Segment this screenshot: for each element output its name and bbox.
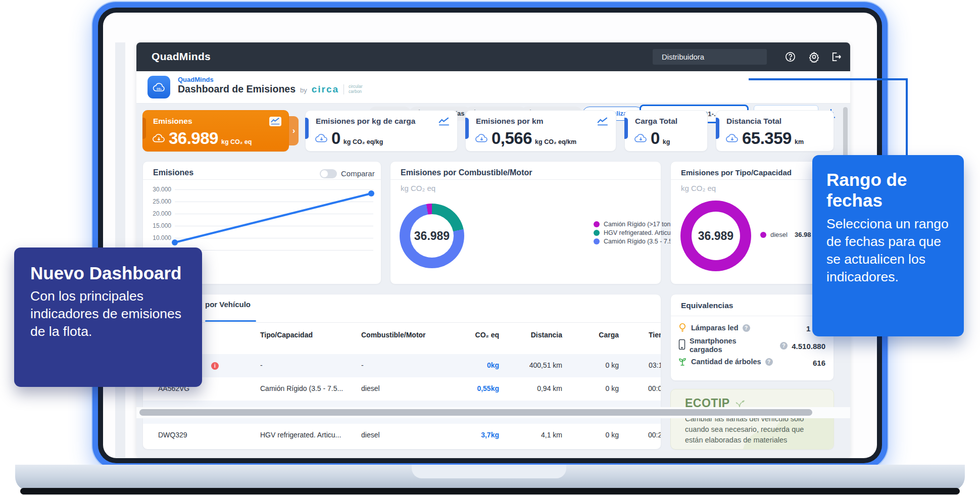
quadminds-logo: QuadMinds [152, 51, 211, 63]
kpi-title: Emisiones por kg de carga [316, 117, 415, 126]
gear-icon[interactable] [808, 51, 820, 63]
tab-por-vehiculo[interactable]: por Vehículo [205, 300, 251, 309]
help-icon[interactable] [785, 51, 796, 63]
kpi-value: 0 [651, 129, 660, 148]
cell-tiempo: 00:27 [635, 431, 661, 439]
callout-title: Rango de fechas [826, 169, 950, 211]
col-distancia: Distancia [517, 331, 562, 339]
table-row[interactable]: AA562VG Camión Rígido (3.5 - 7.5... dies… [143, 377, 661, 401]
donut-center-value: 36.989 [414, 229, 450, 243]
kpi-unit: kg CO₂ eq/kg [344, 138, 383, 145]
emissions-cloud-icon: co₂ [148, 76, 170, 98]
kpi-value: 0 [331, 129, 340, 148]
kpi-title: Carga Total [635, 117, 677, 126]
app-topbar: QuadMinds Distribuidora [136, 42, 850, 71]
equivalencia-lamparas: Lámparas led ? [678, 323, 750, 333]
kpi-accent [624, 118, 628, 139]
page-title: Dashboard de Emisiones [178, 83, 296, 95]
col-tiempo: Tiempo [649, 331, 661, 339]
kpi-title: Distancia Total [726, 117, 781, 126]
kpi-unit: kg CO₂ eq/km [535, 138, 576, 145]
callout-title: Nuevo Dashboard [30, 263, 186, 283]
legend-dot [594, 230, 600, 236]
panel-title: Equivalencias [681, 301, 733, 310]
kpi-value: 0,566 [492, 129, 532, 148]
cell-carga: 0 kg [583, 384, 619, 392]
equivalencia-label: Smartphones cargados [690, 337, 749, 354]
horizontal-scrollbar-thumb[interactable] [139, 409, 812, 416]
question-badge-icon[interactable]: ? [765, 358, 773, 366]
cell-co2[interactable]: 3,7kg [449, 431, 499, 439]
cloud-download-icon [475, 132, 488, 144]
cell-combustible: - [361, 361, 364, 369]
circular-carbon-label: circularcarbon [349, 84, 362, 94]
unit-label: kg CO₂ eq [681, 184, 716, 192]
panel-divider [671, 316, 834, 316]
cell-tiempo: 00:07 [635, 384, 661, 392]
legend-dot [594, 221, 600, 227]
fuel-donut: 36.989 [400, 204, 464, 268]
legend-item: diesel [760, 231, 788, 238]
equivalencia-arboles: Cantidad de árboles ? [678, 357, 773, 366]
equivalencias-panel: Equivalencias Lámparas led ? 1 Smartphon… [670, 294, 834, 381]
laptop-base-notch [412, 465, 566, 478]
equivalencia-label: Lámparas led [691, 324, 739, 332]
kpi-unit: kg CO₂ eq [221, 138, 252, 145]
equivalencia-value: 1 [806, 324, 810, 333]
type-donut-panel: Emisiones por Tipo/Capacidad kg CO₂ eq 3… [670, 161, 834, 284]
logout-icon[interactable] [830, 51, 842, 63]
org-selector[interactable]: Distribuidora [653, 49, 767, 65]
ecotip-panel: ECOTIP Cambiar las llantas del vehículo … [670, 389, 834, 450]
cell-co2[interactable]: 0,55kg [449, 384, 499, 392]
table-row[interactable]: DWQ329 HGV refrigerated. Articu... diese… [143, 424, 661, 447]
callout-body: Con los principales indicadores de emisi… [30, 287, 186, 340]
cell-combustible: diesel [361, 384, 380, 392]
question-badge-icon[interactable]: ? [743, 324, 750, 332]
callout-body: Selecciona un rango de fechas para que s… [826, 215, 950, 286]
plant-icon [678, 357, 687, 366]
cell-patente: DWQ329 [158, 431, 187, 439]
col-tipo-capacidad: Tipo/Capacidad [260, 331, 313, 339]
cell-combustible: diesel [361, 431, 380, 439]
circa-logo: circa [312, 84, 339, 95]
kpi-unit: kg [663, 138, 670, 145]
cell-tipo: - [260, 361, 263, 369]
panel-divider [390, 179, 661, 180]
cloud-download-icon [725, 132, 739, 144]
col-combustible-motor: Combustible/Motor [361, 331, 426, 339]
vehicle-table-panel: por Vehículo Tipo/Capacidad Combustible/… [142, 294, 661, 450]
equivalencia-smartphones: Smartphones cargados [678, 337, 749, 354]
cell-tipo: Camión Rígido (3.5 - 7.5... [260, 384, 343, 392]
kpi-value: 65.359 [742, 129, 792, 148]
cell-carga: 0 kg [583, 361, 619, 369]
kpi-card-distancia-total[interactable]: Distancia Total 65.359 km [716, 110, 834, 152]
kpi-card-carga-total[interactable]: Carga Total 0 kg [624, 110, 708, 152]
question-badge-icon[interactable]: ? [780, 342, 788, 350]
col-carga: Carga [578, 331, 619, 339]
page-title-row: Dashboard de Emisiones by circa circular… [178, 83, 363, 95]
cloud-download-icon [634, 132, 648, 144]
tab-divider [143, 322, 661, 323]
callout-nuevo-dashboard: Nuevo Dashboard Con los principales indi… [14, 247, 202, 387]
alert-info-icon[interactable]: i [211, 362, 219, 370]
cloud-download-icon [315, 132, 328, 144]
ecotip-body: Cambiar las llantas del vehículo solo cu… [685, 414, 823, 445]
legend-label: diesel [770, 231, 788, 238]
kpi-accent [716, 118, 719, 139]
kpi-expand-chevron[interactable]: › [289, 116, 299, 145]
cell-co2[interactable]: 0kg [449, 361, 499, 369]
kpi-unit: km [795, 138, 804, 145]
donut-center-value: 36.989 [698, 229, 733, 243]
kpi-card-emisiones-kg-carga[interactable]: Emisiones por kg de carga 0 kg CO₂ eq/kg [305, 110, 458, 152]
cell-tiempo: 03:11 [635, 361, 661, 369]
cloud-download-icon [152, 132, 166, 144]
page: QuadMinds Distribuidora co₂ QuadMinds [0, 0, 980, 495]
smartphone-icon [678, 339, 685, 350]
by-label: by [300, 86, 307, 94]
col-co2-eq: CO₂ eq [461, 331, 499, 339]
table-row[interactable]: i - - 0kg 400,51 km 0 kg 03:11 [143, 354, 661, 377]
kpi-card-emisiones[interactable]: Emisiones 36.989 kg CO₂ eq [142, 110, 289, 152]
kpi-card-emisiones-km[interactable]: Emisiones por km 0,566 kg CO₂ eq/km [465, 110, 616, 152]
cell-tipo: HGV refrigerated. Articu... [260, 431, 341, 439]
panel-divider [671, 179, 834, 180]
